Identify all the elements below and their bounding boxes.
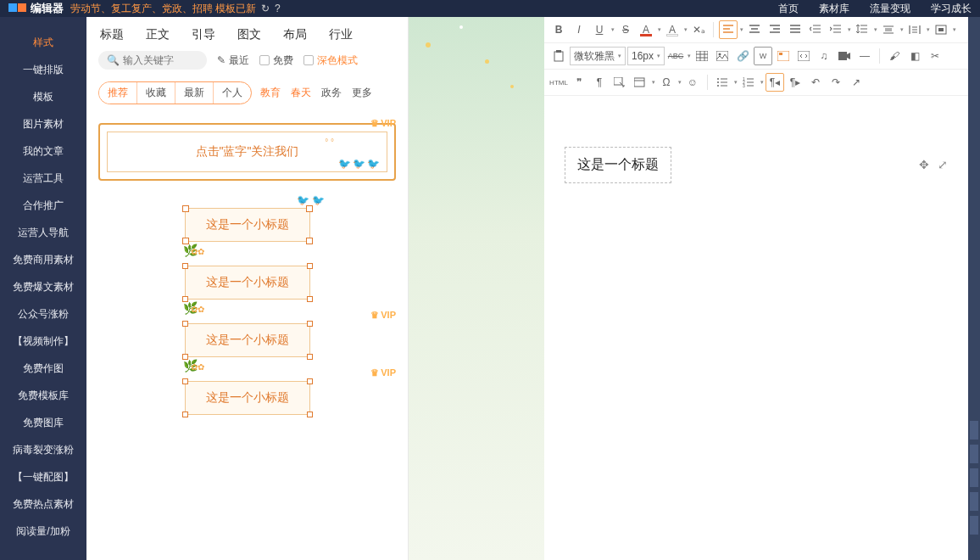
top-link-home[interactable]: 首页 <box>778 2 799 16</box>
olist-button[interactable]: 123 <box>739 73 758 92</box>
template-card[interactable]: VIP ° ° 点击"蓝字"关注我们 🐦🐦🐦 <box>98 123 396 181</box>
emoji-button[interactable]: ☺ <box>683 73 702 92</box>
share-button[interactable]: ↗ <box>847 73 866 92</box>
sidebar-item-nav[interactable]: 运营人导航 <box>0 219 86 246</box>
insert-button[interactable] <box>610 73 629 92</box>
top-link-learn[interactable]: 学习成长 <box>931 2 972 16</box>
italic-button[interactable]: I <box>570 20 588 39</box>
table-button[interactable] <box>693 47 711 65</box>
sidebar-item-freehot[interactable]: 免费爆文素材 <box>0 273 86 300</box>
sidebar-item-style[interactable]: 样式 <box>0 29 86 56</box>
html-button[interactable]: HTML <box>549 73 568 92</box>
sidebar-item-freeimg[interactable]: 免费作图 <box>0 355 86 382</box>
template-card[interactable]: 这是一个小标题 <box>98 257 396 300</box>
bold-button[interactable]: B <box>549 20 568 39</box>
card-button[interactable] <box>774 47 793 65</box>
move-icon[interactable]: ✥ <box>919 158 929 171</box>
top-link-traffic[interactable]: 流量变现 <box>870 2 910 16</box>
underline-button[interactable]: U <box>590 20 609 39</box>
sidebar-item-myarticles[interactable]: 我的文章 <box>0 137 86 165</box>
filter-spring[interactable]: 春天 <box>291 86 311 100</box>
lineheight-button[interactable] <box>853 20 871 39</box>
pill-personal[interactable]: 个人 <box>214 82 251 104</box>
link-button[interactable]: 🔗 <box>733 47 752 65</box>
eyedropper-button[interactable]: ✂ <box>926 47 944 65</box>
fontcolor-button[interactable]: A <box>637 20 655 39</box>
paste-button[interactable] <box>549 47 568 65</box>
template-card[interactable]: VIP 这是一个小标题 <box>98 315 396 357</box>
rail-block[interactable] <box>970 492 978 511</box>
editor-canvas[interactable]: 这是一个标题 <box>544 96 968 560</box>
sidebar-item-hotmat[interactable]: 免费热点素材 <box>0 490 86 518</box>
align-left-button[interactable] <box>719 20 738 39</box>
music-button[interactable]: ♫ <box>815 47 833 65</box>
code-button[interactable] <box>794 47 813 65</box>
redo-button[interactable]: ↷ <box>827 73 845 92</box>
sidebar-item-reads[interactable]: 阅读量/加粉 <box>0 518 86 545</box>
sidebar-item-images[interactable]: 图片素材 <box>0 110 86 137</box>
letter-spacing-button[interactable] <box>905 20 924 39</box>
rail-block[interactable] <box>970 468 978 487</box>
canvas-title[interactable]: 这是一个标题 <box>565 147 671 183</box>
tab-layout[interactable]: 布局 <box>283 27 307 42</box>
spacing-button[interactable] <box>879 20 898 39</box>
tab-title[interactable]: 标题 <box>100 27 124 42</box>
video-button[interactable] <box>835 47 854 65</box>
symbol-button[interactable]: Ω <box>657 73 676 92</box>
pill-new[interactable]: 最新 <box>175 82 213 104</box>
tab-text[interactable]: 正文 <box>146 27 170 42</box>
format-brush-button[interactable]: ¶ <box>590 73 609 92</box>
margin-button[interactable] <box>932 20 950 39</box>
sidebar-item-gallery[interactable]: 免费图库 <box>0 409 86 436</box>
tab-guide[interactable]: 引导 <box>192 27 215 42</box>
tab-imgtext[interactable]: 图文 <box>237 27 261 42</box>
clear-format-button[interactable]: ✕ₐ <box>689 20 708 39</box>
indent-in-button[interactable] <box>827 20 845 39</box>
font-select[interactable]: 微软雅黑▾ <box>570 47 626 65</box>
filter-gov[interactable]: 政务 <box>321 86 342 100</box>
quote-button[interactable]: ❞ <box>570 73 588 92</box>
eraser-button[interactable]: ◧ <box>905 47 924 65</box>
darkmode-checkbox[interactable]: 深色模式 <box>303 53 358 68</box>
filter-more[interactable]: 更多 <box>352 86 372 100</box>
strike-button[interactable]: S <box>616 20 635 39</box>
expand-icon[interactable]: ⤢ <box>938 158 948 171</box>
template-card[interactable]: 🐦 🐦 这是一个小标题 <box>98 196 396 242</box>
rail-block[interactable] <box>970 421 978 440</box>
free-checkbox[interactable]: 免费 <box>259 53 293 68</box>
pill-fav[interactable]: 收藏 <box>137 82 175 104</box>
sidebar-item-template[interactable]: 模板 <box>0 83 86 110</box>
ulist-button[interactable] <box>713 73 732 92</box>
help-icon[interactable]: ? <box>275 3 281 14</box>
direction-rtl-button[interactable]: ¶▸ <box>786 73 805 92</box>
align-right-button[interactable] <box>766 20 784 39</box>
sidebar-item-video[interactable]: 【视频制作】 <box>0 328 86 355</box>
pill-recommend[interactable]: 推荐 <box>99 82 136 104</box>
direction-button[interactable]: ¶◂ <box>766 73 784 92</box>
search-box[interactable]: 🔍 <box>98 51 207 70</box>
undo-button[interactable]: ↶ <box>806 73 825 92</box>
sidebar-item-tools[interactable]: 运营工具 <box>0 165 86 192</box>
search-input[interactable] <box>123 54 199 66</box>
image-button[interactable] <box>713 47 732 65</box>
sidebar-item-autoimg[interactable]: 【一键配图】 <box>0 463 86 490</box>
tab-industry[interactable]: 行业 <box>329 27 353 42</box>
align-justify-button[interactable] <box>786 20 805 39</box>
bgcolor-button[interactable]: A <box>663 20 682 39</box>
date-button[interactable] <box>631 73 649 92</box>
refresh-icon[interactable]: ↻ <box>261 3 270 14</box>
rail-block[interactable] <box>970 445 978 463</box>
clear-button[interactable]: ABC <box>666 47 685 65</box>
template-card[interactable]: VIP 这是一个小标题 <box>98 372 396 415</box>
top-link-assets[interactable]: 素材库 <box>819 2 849 16</box>
template-list[interactable]: VIP ° ° 点击"蓝字"关注我们 🐦🐦🐦 🐦 🐦 这是一个小标题 <box>86 113 408 560</box>
word-button[interactable]: W <box>754 47 772 65</box>
align-center-button[interactable] <box>745 20 764 39</box>
filter-edu[interactable]: 教育 <box>260 86 281 100</box>
indent-out-button[interactable] <box>806 20 825 39</box>
rail-block[interactable] <box>970 516 978 535</box>
hr-button[interactable]: — <box>855 47 874 65</box>
sidebar-item-viral[interactable]: 病毒裂变涨粉 <box>0 436 86 463</box>
sidebar-item-fans[interactable]: 公众号涨粉 <box>0 300 86 328</box>
sidebar-item-freebiz[interactable]: 免费商用素材 <box>0 246 86 273</box>
